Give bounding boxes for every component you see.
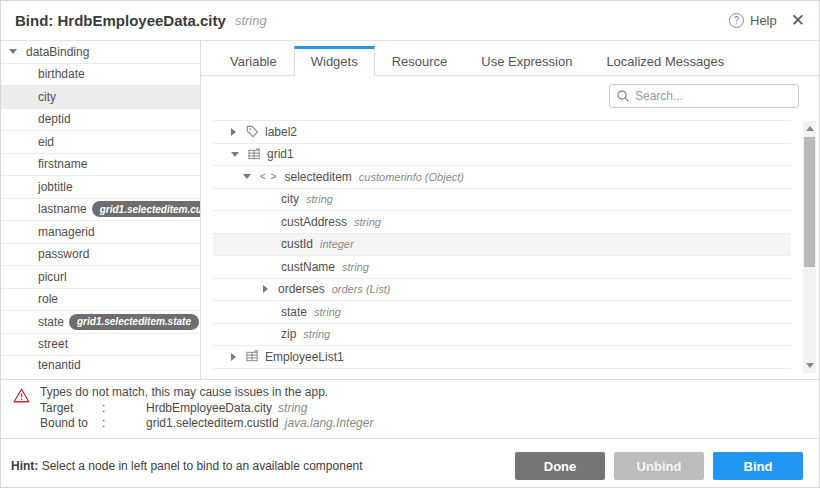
sidebar-item-label: password [38,247,89,261]
sidebar-item-label: state [38,315,64,329]
sidebar-item-password[interactable]: password [1,244,200,267]
footer-buttons: Done Unbind Bind [515,452,803,480]
tree-row-zip[interactable]: zip string [213,324,791,347]
target-type: string [278,401,307,415]
tree-row-selecteditem[interactable]: < > selecteditem customerinfo (Object) [213,166,791,189]
tree-row-label: selecteditem [284,170,351,184]
sidebar-item-label: firstname [38,157,87,171]
tree-row-state[interactable]: state string [213,301,791,324]
search-box[interactable] [609,84,799,108]
warning-bound-row: Bound to : grid1.selecteditem.custIdjava… [40,416,373,432]
colon: : [102,416,146,432]
tree-row-city[interactable]: city string [213,189,791,212]
close-icon[interactable]: ✕ [791,12,805,29]
tree-row-label: grid1 [267,147,294,161]
target-path: HrdbEmployeeData.city [146,401,272,415]
help-icon: ? [729,13,744,28]
binding-badge: grid1.selecteditem.custName [92,201,201,217]
tab-localized-messages[interactable]: Localized Messages [589,46,741,76]
sidebar-item-street[interactable]: street [1,334,200,357]
tree-row-label: state [281,305,307,319]
sidebar-item-eid[interactable]: eid [1,131,200,154]
tab-resource[interactable]: Resource [375,46,465,76]
search-input[interactable] [635,89,792,103]
caret-right-icon[interactable] [231,128,236,136]
tab-bar: Variable Widgets Resource Use Expression… [201,41,819,76]
tree-row-type: orders (List) [332,283,391,295]
sidebar-item-jobtitle[interactable]: jobtitle [1,176,200,199]
tree-row-label: city [281,192,299,206]
tag-icon [246,125,259,138]
sidebar-item-birthdate[interactable]: birthdate [1,64,200,87]
sidebar-item-lastname[interactable]: lastname grid1.selecteditem.custName [1,199,200,222]
tree-row-label: custName [281,260,335,274]
done-button[interactable]: Done [515,452,605,480]
sidebar-item-city[interactable]: city [1,86,200,109]
tree-row-orderses[interactable]: orderses orders (List) [213,279,791,302]
sidebar-item-label: birthdate [38,67,85,81]
sidebar-item-picurl[interactable]: picurl [1,266,200,289]
search-row [201,76,819,116]
sidebar-item-databinding[interactable]: dataBinding [1,41,200,64]
tree-row-custname[interactable]: custName string [213,256,791,279]
tab-use-expression[interactable]: Use Expression [464,46,589,76]
sidebar-root-label: dataBinding [26,45,89,59]
tree-row-label: EmployeeList1 [265,350,344,364]
sidebar-item-label: eid [38,135,54,149]
caret-down-icon[interactable] [243,174,251,179]
grid-widget-icon [248,148,261,161]
tab-variable[interactable]: Variable [213,46,294,76]
sidebar-item-state[interactable]: state grid1.selecteditem.state [1,311,200,334]
binding-sidebar: dataBinding birthdate city deptid eid fi… [1,41,201,379]
warning-message: Types do not match, this may cause issue… [40,385,373,401]
caret-right-icon[interactable] [231,353,236,361]
unbind-button[interactable]: Unbind [614,452,704,480]
sidebar-item-tenantid[interactable]: tenantid [1,356,200,373]
sidebar-item-firstname[interactable]: firstname [1,154,200,177]
bound-label: Bound to [40,416,102,432]
help-label: Help [750,13,777,28]
caret-down-icon[interactable] [231,152,239,157]
caret-down-icon[interactable] [9,49,17,54]
vertical-scrollbar[interactable] [803,121,816,373]
bound-type: java.lang.Integer [285,416,374,430]
binding-badge: grid1.selecteditem.state [69,314,199,330]
sidebar-item-label: tenantid [38,358,81,372]
sidebar-item-label: role [38,292,58,306]
object-icon: < > [260,171,277,182]
dialog-body: dataBinding birthdate city deptid eid fi… [1,41,819,379]
tree-row-employeelist1[interactable]: EmployeeList1 [213,346,791,369]
type-mismatch-warning: Types do not match, this may cause issue… [1,379,819,438]
sidebar-item-label: jobtitle [38,180,73,194]
bind-dialog: Bind: HrdbEmployeeData.city string ? Hel… [0,0,820,488]
tab-widgets[interactable]: Widgets [294,46,375,76]
scroll-up-icon[interactable] [806,126,814,131]
bind-button[interactable]: Bind [713,452,803,480]
caret-right-icon[interactable] [263,285,268,293]
dialog-header: Bind: HrdbEmployeeData.city string ? Hel… [1,1,819,41]
sidebar-item-label: picurl [38,270,67,284]
tree-row-grid1[interactable]: grid1 [213,144,791,167]
header-actions: ? Help ✕ [729,12,805,29]
tree-row-label2[interactable]: label2 [213,121,791,144]
warning-target-row: Target : HrdbEmployeeData.citystring [40,401,373,417]
sidebar-item-managerid[interactable]: managerid [1,221,200,244]
hint-text: Hint: Select a node in left panel to bin… [11,459,363,473]
hint-label: Hint: [11,459,38,473]
tree-row-custid[interactable]: custId integer [213,234,791,257]
scroll-down-icon[interactable] [806,363,814,368]
scrollbar-thumb[interactable] [804,137,815,267]
sidebar-item-label: city [38,90,56,104]
sidebar-item-deptid[interactable]: deptid [1,109,200,132]
bound-value: grid1.selecteditem.custIdjava.lang.Integ… [146,416,373,432]
tree-row-custaddress[interactable]: custAddress string [213,211,791,234]
target-label: Target [40,401,102,417]
sidebar-item-label: lastname [38,202,87,216]
tree-row-label: custId [281,237,313,251]
help-button[interactable]: ? Help [729,13,777,28]
warning-icon [13,388,30,432]
tree-row-label: zip [281,327,296,341]
sidebar-item-role[interactable]: role [1,289,200,312]
dialog-title: Bind: HrdbEmployeeData.city [15,12,226,29]
tree-row-type: customerinfo (Object) [359,171,464,183]
